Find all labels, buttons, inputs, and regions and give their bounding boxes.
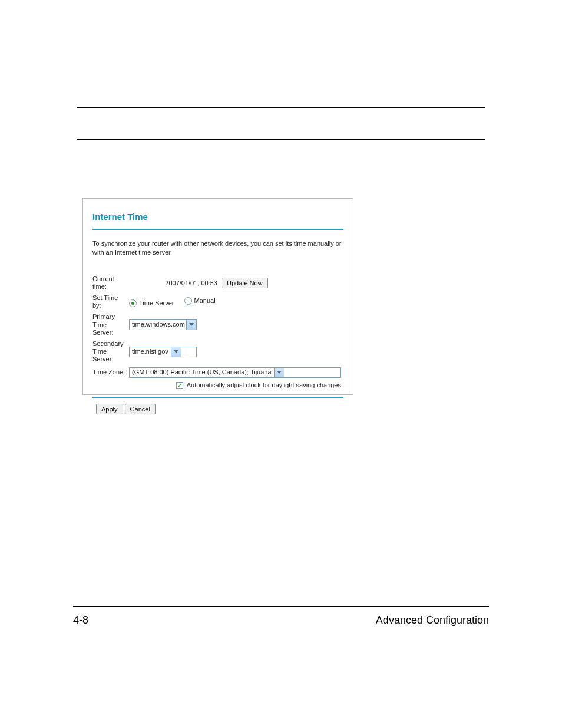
top-rule (77, 107, 485, 108)
secondary-server-label: Secondary Time Server: (92, 338, 129, 365)
time-zone-select[interactable]: (GMT-08:00) Pacific Time (US, Canada); T… (129, 367, 341, 378)
divider (92, 397, 343, 398)
internet-time-panel: Internet Time To synchronize your router… (82, 198, 353, 395)
current-time-value: 2007/01/01, 00:53 (129, 279, 220, 287)
update-now-button[interactable]: Update Now (222, 278, 268, 288)
chevron-down-icon (274, 368, 284, 377)
footer-title: Advanced Configuration (376, 614, 489, 627)
select-value: time.windows.com (130, 320, 186, 330)
checkbox-icon (176, 382, 183, 389)
panel-title: Internet Time (92, 212, 343, 222)
divider (92, 229, 343, 230)
primary-server-label: Primary Time Server: (92, 311, 129, 338)
secondary-server-select[interactable]: time.nist.gov (129, 347, 197, 357)
chevron-down-icon (171, 347, 181, 357)
panel-description: To synchronize your router with other ne… (92, 239, 343, 257)
radio-icon (129, 299, 137, 307)
time-zone-label: Time Zone: (92, 365, 129, 380)
dst-checkbox[interactable]: Automatically adjust clock for daylight … (176, 381, 341, 389)
bottom-rule (73, 606, 489, 607)
select-value: time.nist.gov (130, 347, 171, 357)
set-time-by-label: Set Time by: (92, 292, 129, 311)
radio-icon (184, 297, 192, 305)
document-page: Internet Time To synchronize your router… (0, 0, 562, 728)
radio-label: Manual (194, 297, 216, 305)
action-row: Apply Cancel (92, 404, 343, 414)
page-number: 4-8 (73, 614, 88, 627)
radio-time-server[interactable]: Time Server (129, 299, 174, 307)
select-value: (GMT-08:00) Pacific Time (US, Canada); T… (130, 368, 274, 377)
primary-server-select[interactable]: time.windows.com (129, 319, 197, 330)
radio-manual[interactable]: Manual (184, 297, 216, 305)
radio-label: Time Server (139, 299, 174, 307)
apply-button[interactable]: Apply (96, 404, 123, 414)
checkbox-label: Automatically adjust clock for daylight … (187, 381, 341, 389)
top-rule-2 (77, 139, 485, 140)
current-time-label: Current time: (92, 274, 129, 292)
settings-form: Current time: 2007/01/01, 00:53 Update N… (92, 274, 343, 391)
chevron-down-icon (186, 320, 196, 330)
cancel-button[interactable]: Cancel (125, 404, 156, 414)
